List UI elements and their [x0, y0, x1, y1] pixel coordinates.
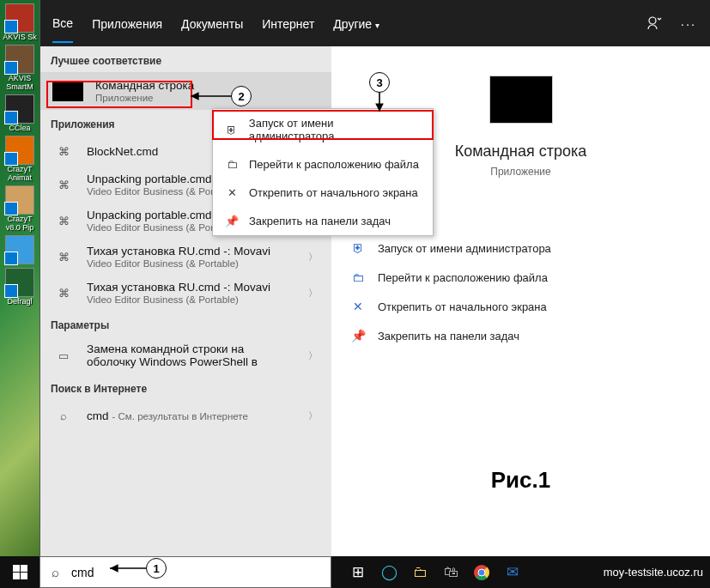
ctx-open-location[interactable]: 🗀Перейти к расположению файла [213, 150, 433, 179]
script-icon: ⌘ [52, 247, 75, 266]
list-item[interactable]: ⌘Тихая установка RU.cmd -: MovaviVideo E… [40, 239, 331, 275]
tab-apps[interactable]: Приложения [92, 4, 162, 42]
tab-internet[interactable]: Интернет [262, 4, 314, 42]
section-web: Поиск в Интернете [40, 374, 331, 400]
section-params: Параметры [40, 311, 331, 336]
task-view-icon[interactable]: ⊞ [343, 560, 373, 585]
desktop-icon[interactable]: AKVIS Sk [0, 0, 39, 41]
pin-icon: 📌 [350, 329, 366, 342]
action-open-location[interactable]: 🗀Перейти к расположению файла [347, 263, 695, 292]
windows-logo-icon [13, 565, 27, 579]
svg-point-4 [478, 569, 485, 576]
folder-icon: 🗀 [350, 270, 366, 284]
svg-point-0 [649, 17, 656, 24]
desktop-background: AKVIS Sk AKVIS SmartM CClea CrazyT Anima… [0, 0, 39, 556]
list-item[interactable]: ▭Замена командной строки на оболочку Win… [40, 336, 331, 374]
more-icon[interactable]: ··· [679, 14, 698, 33]
feedback-icon[interactable] [645, 14, 664, 33]
best-match-row[interactable]: Командная строка Приложение [40, 72, 331, 110]
taskbar: ⌕ ⊞ ◯ 🗀 🛍 ✉ moy-testsite.ucoz.ru [0, 556, 710, 588]
chevron-right-icon[interactable]: 〉 [305, 287, 321, 300]
cmd-thumb-icon [52, 81, 83, 101]
mail-icon[interactable]: ✉ [498, 560, 527, 585]
pin-icon: 📌 [225, 215, 239, 227]
search-tabs: Все Приложения Документы Интернет Другие… [40, 0, 710, 46]
preview-thumb-icon [489, 76, 553, 124]
desktop-icon[interactable]: CrazyT v8.0 Pip [0, 182, 39, 232]
list-item[interactable]: ⌘Тихая установка RU.cmd -: MovaviVideo E… [40, 275, 331, 311]
taskbar-search[interactable]: ⌕ [39, 556, 331, 588]
start-button[interactable] [0, 556, 39, 588]
tab-more[interactable]: Другие ▾ [333, 4, 379, 42]
desktop-icon[interactable]: Defragl [0, 264, 39, 306]
search-icon: ⌕ [40, 565, 70, 579]
best-match-subtitle: Приложение [95, 93, 321, 103]
section-best-match: Лучшее соответствие [40, 46, 331, 72]
unpin-icon: ✕ [225, 186, 239, 199]
desktop-icon[interactable]: CClea [0, 91, 39, 132]
search-input[interactable] [70, 565, 296, 580]
script-icon: ⌘ [52, 211, 75, 230]
search-icon: ⌕ [52, 406, 75, 425]
search-panel: Все Приложения Документы Интернет Другие… [39, 0, 710, 557]
action-run-admin[interactable]: ⛨Запуск от имени администратора [347, 233, 695, 263]
chevron-down-icon: ▾ [375, 21, 379, 30]
desktop-icon[interactable]: CrazyT Animat [0, 132, 39, 182]
unpin-icon: ✕ [350, 300, 366, 313]
ctx-unpin-start[interactable]: ✕Открепить от начального экрана [213, 179, 433, 207]
script-icon: ⌘ [52, 175, 75, 194]
folder-icon: 🗀 [225, 158, 239, 171]
chevron-right-icon[interactable]: 〉 [305, 349, 321, 362]
edge-icon[interactable]: ◯ [374, 560, 404, 585]
best-match-title: Командная строка [95, 79, 321, 92]
tab-docs[interactable]: Документы [181, 4, 243, 42]
script-icon: ⌘ [52, 142, 75, 161]
explorer-icon[interactable]: 🗀 [405, 560, 434, 585]
desktop-icon[interactable]: AKVIS SmartM [0, 41, 39, 91]
chrome-icon[interactable] [467, 560, 496, 585]
ctx-run-admin[interactable]: ⛨Запуск от имени администратора [213, 109, 433, 150]
script-icon: ⌘ [52, 283, 75, 302]
action-pin-taskbar[interactable]: 📌Закрепить на панели задач [347, 321, 695, 350]
figure-label: Рис.1 [331, 467, 710, 494]
list-item[interactable]: ⌕cmd- См. результаты в Интернете〉 [40, 400, 331, 431]
chevron-right-icon[interactable]: 〉 [305, 409, 321, 422]
ctx-pin-taskbar[interactable]: 📌Закрепить на панели задач [213, 207, 433, 235]
shield-icon: ⛨ [225, 124, 239, 136]
tab-all[interactable]: Все [52, 3, 73, 43]
chevron-right-icon[interactable]: 〉 [305, 251, 321, 264]
terminal-icon: ▭ [52, 346, 75, 365]
context-menu: ⛨Запуск от имени администратора 🗀Перейти… [212, 108, 434, 236]
shield-icon: ⛨ [350, 241, 366, 255]
desktop-icon[interactable] [0, 232, 39, 264]
watermark: moy-testsite.ucoz.ru [604, 566, 710, 579]
action-unpin-start[interactable]: ✕Открепить от начального экрана [347, 292, 695, 321]
store-icon[interactable]: 🛍 [436, 560, 465, 585]
